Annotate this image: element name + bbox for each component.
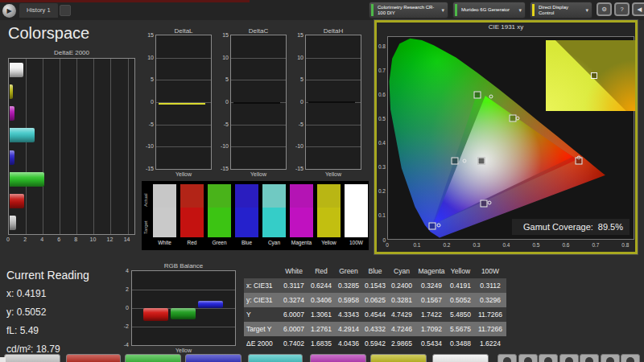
table-value-cell: 1.7422	[416, 311, 447, 319]
table-value-cell: 0.5052	[447, 296, 474, 304]
test-patch-button-blue[interactable]	[185, 354, 242, 362]
chart-delta_l: DeltaL151050-5-10-15Yellow	[142, 27, 213, 180]
table-row-label: Target Y	[244, 325, 279, 333]
table-value-cell: 5.5675	[447, 325, 474, 333]
table-header-row: WhiteRedGreenBlueCyanMagentaYellow100W	[244, 264, 506, 278]
table-value-cell: 0.3296	[474, 296, 506, 304]
cie-zoom-inset	[546, 40, 635, 111]
test-patch-button-gray[interactable]	[4, 354, 60, 362]
swatch-target	[317, 208, 341, 237]
delta-e-x-tick-label: 4	[35, 237, 49, 242]
x-axis-label: Yellow	[230, 171, 287, 177]
rgb-balance-chart[interactable]	[131, 270, 236, 346]
bottom-toolbar-button[interactable]	[539, 354, 558, 362]
swatch-label: 100W	[345, 240, 368, 245]
target-point-green	[473, 92, 481, 99]
measured-point-green	[489, 94, 493, 98]
test-patch-button-magenta[interactable]	[310, 354, 366, 362]
swatch-blue: Blue	[235, 184, 258, 245]
chart-plot-delta_c[interactable]	[230, 35, 287, 170]
delta-e-x-tick-label: 2	[18, 237, 32, 242]
meter-device-label: Colorimetry Research CR-100 DIY	[374, 5, 441, 16]
swatch-100w: 100W	[345, 184, 368, 245]
table-value-cell: 0.5434	[416, 339, 447, 348]
data-line-delta_c	[233, 102, 280, 104]
table-column-header-blue: Blue	[363, 267, 387, 275]
gridline	[156, 58, 211, 59]
y-tick-label: -10	[142, 143, 154, 149]
table-value-cell: 0.0625	[363, 296, 387, 304]
test-patch-button-green[interactable]	[125, 354, 181, 362]
bottom-toolbar-button[interactable]	[497, 354, 517, 362]
bottom-toolbar-button[interactable]	[621, 354, 640, 362]
test-patch-button-yellow[interactable]	[370, 354, 427, 362]
rgb-y-tick-label: 0	[118, 305, 129, 311]
y-tick-label: 10	[217, 55, 229, 60]
table-value-cell: 0.3281	[387, 296, 416, 304]
swatch-label: Blue	[235, 240, 258, 245]
swatch-actual	[153, 184, 176, 208]
test-patch-button-white[interactable]	[432, 354, 489, 362]
color-swatch-panel[interactable]: Actual Target WhiteRedGreenBlueCyanMagen…	[142, 181, 369, 250]
cie-x-tick-label: 0.7	[588, 242, 604, 248]
table-row-x--cie31: x: CIE310.31170.62440.32850.15430.24000.…	[244, 278, 506, 293]
rgb-y-tick-label: -2	[118, 323, 129, 329]
swatch-cyan: Cyan	[262, 184, 286, 245]
display-control-dropdown[interactable]: Direct Display Control ▾	[530, 2, 592, 19]
cie-y-tick-label: 0.5	[374, 116, 386, 121]
bottom-toolbar-button[interactable]	[580, 354, 599, 362]
chart-plot-delta_l[interactable]	[155, 35, 212, 170]
tab-history-1[interactable]: History 1	[19, 3, 58, 18]
bottom-toolbar-button[interactable]	[518, 354, 538, 362]
meter-device-dropdown[interactable]: Colorimetry Research CR-100 DIY ▾	[369, 2, 448, 19]
gridline	[156, 80, 211, 80]
toolbar-icon	[606, 357, 614, 362]
rgb-y-tick-label: -4	[118, 342, 129, 348]
bottom-toolbar-button[interactable]	[559, 354, 579, 362]
table-row-label: x: CIE31	[244, 282, 279, 290]
swatch-actual	[262, 184, 286, 208]
cie-x-tick-label: 0.2	[439, 242, 455, 248]
x-axis-label: Yellow	[155, 171, 212, 177]
table-value-cell: 0.2400	[387, 282, 416, 290]
cie-y-tick-label: 0.2	[374, 188, 386, 194]
swatch-target	[235, 208, 258, 237]
cie-y-tick-label: 0.6	[374, 92, 386, 97]
delta-e-x-tick-label: 0	[1, 237, 15, 242]
table-value-cell: 0.5958	[334, 296, 363, 304]
settings-button[interactable]: ⚙	[597, 2, 612, 16]
gridline	[132, 290, 235, 290]
cie-x-tick-label: 0.8	[617, 242, 634, 248]
reading-x: x: 0.4191	[6, 288, 46, 299]
target-point-yellow	[509, 114, 516, 121]
tab-extra-button[interactable]	[60, 5, 71, 16]
y-tick-label: 5	[291, 76, 303, 82]
delta-e-chart[interactable]	[8, 58, 135, 235]
swatch-target	[180, 208, 204, 237]
delta-e-gridline	[93, 59, 94, 234]
delta-e-bar-white	[10, 216, 16, 230]
toolbar-icon	[626, 357, 634, 362]
table-value-cell: 4.2914	[334, 325, 363, 333]
data-line-delta_l	[159, 103, 205, 105]
toolbar-icon	[524, 357, 532, 362]
generator-device-dropdown[interactable]: Murideo 6G Generator ▾	[452, 2, 526, 19]
chart-plot-delta_h[interactable]	[305, 35, 361, 170]
delta-e-gridline	[76, 59, 77, 234]
test-patch-button-red[interactable]	[66, 354, 121, 362]
chart-title-delta_l: DeltaL	[155, 27, 212, 35]
collapse-panel-button[interactable]: ◀	[632, 2, 644, 16]
toolbar-icon	[544, 357, 552, 362]
help-button[interactable]: ?	[614, 2, 630, 16]
swatch-row-label-actual: Actual	[143, 187, 151, 213]
bottom-toolbar-button[interactable]	[601, 354, 620, 362]
delta-e-gridline	[110, 59, 111, 234]
swatch-actual	[290, 184, 313, 208]
gridline	[132, 327, 235, 327]
test-patch-button-cyan[interactable]	[248, 354, 303, 362]
main-menu-button[interactable]: ▶	[2, 4, 16, 18]
cie-y-tick-label: 0.3	[374, 164, 386, 170]
table-row-target-y: Target Y6.00071.27614.29140.43324.72461.…	[244, 322, 506, 336]
chart-title-delta_h: DeltaH	[305, 27, 361, 35]
reading-cdm: cd/m²: 18.79	[6, 343, 60, 355]
